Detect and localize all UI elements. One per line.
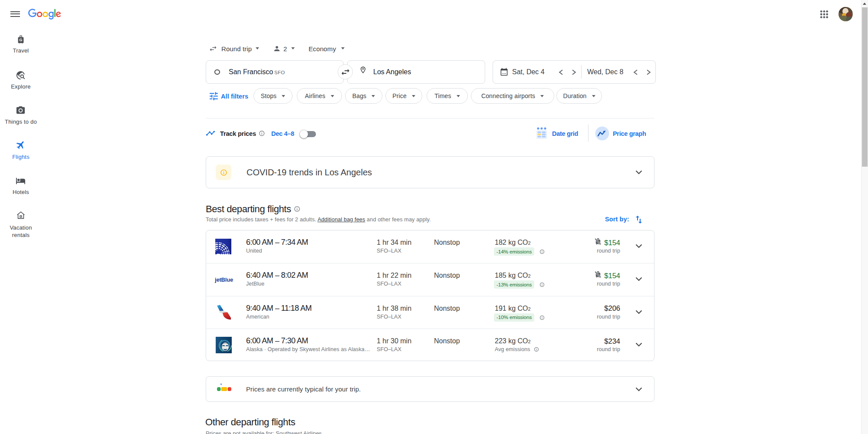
svg-text:G: G bbox=[20, 38, 23, 42]
